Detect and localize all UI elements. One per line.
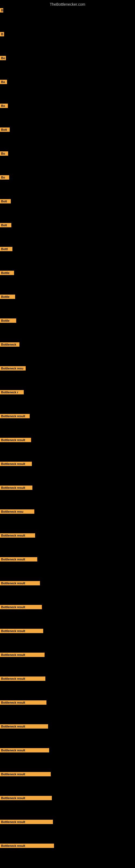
bar-item: Bottleneck result: [0, 438, 31, 443]
bar-label: Bottleneck result: [0, 701, 46, 705]
bar-label: Bottleneck result: [0, 844, 54, 848]
bar-item: Bottleneck result: [0, 486, 32, 491]
bar-item: Bottleneck result: [0, 605, 42, 610]
bar-item: Bottleneck result: [0, 844, 54, 849]
bar-label: Bottleneck resu: [0, 366, 26, 371]
bar-label: Bottleneck result: [0, 533, 35, 538]
bar-item: Bottleneck result: [0, 414, 30, 420]
bar-item: Bo: [0, 104, 8, 109]
bar-item: B: [0, 8, 3, 13]
bar-label: Bottleneck: [0, 342, 19, 347]
bar-item: Bottleneck result: [0, 772, 51, 777]
bar-label: Bottleneck result: [0, 462, 32, 466]
bar-label: Bo: [0, 80, 7, 84]
bar-label: Bottl: [0, 247, 12, 251]
bar-label: Bo: [0, 104, 8, 108]
bar-item: Bottleneck result: [0, 629, 43, 634]
bar-item: B: [0, 32, 4, 37]
bar-item: Bottleneck result: [0, 748, 49, 753]
bar-item: Bottleneck r: [0, 390, 24, 396]
bar-item: Bo: [0, 175, 9, 181]
bar-label: Bottleneck resu: [0, 509, 34, 514]
bar-item: Bottleneck result: [0, 701, 46, 706]
bar-label: Bottleneck result: [0, 486, 32, 490]
bar-item: Bottleneck: [0, 342, 19, 348]
bar-label: Bottleneck result: [0, 629, 43, 633]
bar-label: Bottleneck result: [0, 605, 42, 609]
bar-item: Bottleneck resu: [0, 509, 34, 515]
bar-label: Bottleneck result: [0, 557, 37, 561]
bar-item: Bottleneck result: [0, 796, 52, 801]
bar-label: Bottle: [0, 271, 14, 275]
bar-item: Bottle: [0, 271, 14, 276]
bar-label: Bottle: [0, 318, 16, 323]
bar-label: Bottleneck result: [0, 796, 52, 800]
bar-item: Bottleneck result: [0, 653, 45, 658]
bar-label: Bottleneck result: [0, 581, 40, 585]
bar-item: Bo: [0, 151, 8, 157]
bar-label: Bott: [0, 199, 11, 204]
bar-label: Bottleneck result: [0, 724, 48, 728]
bar-label: Bo: [0, 175, 9, 180]
bar-item: Bottleneck resu: [0, 366, 26, 372]
bar-label: Bottleneck result: [0, 414, 30, 418]
bar-item: Bott: [0, 223, 11, 228]
bar-label: Bott: [0, 127, 10, 132]
bar-item: Bo: [0, 80, 7, 85]
bar-label: Bo: [0, 56, 6, 60]
bar-label: Bo: [0, 151, 8, 156]
bar-item: Bottleneck result: [0, 581, 40, 586]
bar-label: Bott: [0, 223, 11, 227]
bar-label: Bottleneck result: [0, 438, 31, 442]
bar-label: Bottle: [0, 294, 15, 299]
bar-item: Bottleneck result: [0, 820, 53, 825]
bar-label: Bottleneck result: [0, 677, 45, 681]
bar-item: Bottle: [0, 318, 16, 324]
bar-item: Bottleneck result: [0, 677, 45, 682]
bar-item: Bottleneck result: [0, 724, 48, 730]
bar-label: B: [0, 8, 3, 12]
bar-item: Bottleneck result: [0, 557, 37, 563]
bar-item: Bottle: [0, 294, 15, 300]
bar-item: Bottleneck result: [0, 533, 35, 539]
bar-label: Bottleneck result: [0, 820, 53, 824]
bar-item: Bo: [0, 56, 6, 61]
bar-label: B: [0, 32, 4, 36]
bar-item: Bottl: [0, 247, 12, 252]
bar-item: Bott: [0, 127, 10, 133]
site-title: TheBottlenecker.com: [0, 0, 135, 9]
bar-label: Bottleneck result: [0, 748, 49, 752]
bar-item: Bott: [0, 199, 11, 205]
bar-label: Bottleneck result: [0, 653, 45, 657]
bar-label: Bottleneck r: [0, 390, 24, 394]
bar-label: Bottleneck result: [0, 772, 51, 776]
bar-item: Bottleneck result: [0, 462, 32, 467]
